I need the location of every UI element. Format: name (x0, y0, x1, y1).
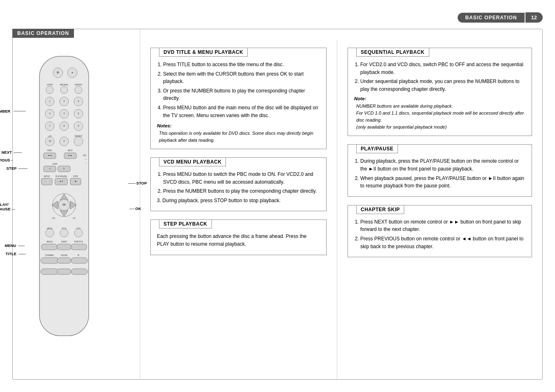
svg-text:⏻: ⏻ (57, 71, 59, 74)
svg-point-10 (75, 86, 82, 94)
dvd-title-heading: DVD TITLE & MENU PLAYBACK (159, 48, 248, 57)
svg-text:8: 8 (63, 125, 64, 127)
seq-note-label: Note: (354, 95, 525, 103)
step-playback-text: Each pressing the button advance the dis… (157, 233, 320, 248)
title-label: TITLE (6, 251, 26, 256)
vcd-item-2: Press the NUMBER buttons to play the cor… (163, 187, 320, 195)
cs-item-2: Press PREVIOUS button on remote control … (360, 235, 525, 250)
svg-point-9 (60, 86, 68, 94)
header-page-number: 12 (525, 12, 543, 23)
svg-text:▲: ▲ (71, 71, 73, 74)
svg-text:◄◄: ◄◄ (47, 154, 52, 157)
svg-rect-78 (41, 258, 59, 263)
svg-rect-83 (71, 269, 88, 274)
svg-text:PREV: PREV (47, 150, 52, 152)
svg-rect-79 (57, 258, 71, 263)
dvd-item-2: Select the item with the CURSOR buttons … (163, 70, 320, 85)
svg-text:CHANNEL: CHANNEL (45, 254, 54, 256)
sequential-heading: SEQUENTIAL PLAYBACK (356, 48, 429, 57)
svg-text:OK: OK (62, 203, 65, 206)
svg-text:STEP: STEP (53, 163, 58, 165)
svg-text:SETUP: SETUP (44, 175, 50, 178)
dvd-item-1: Press TITLE button to access the title m… (163, 61, 320, 69)
svg-text:ID: ID (77, 254, 79, 256)
vcd-item-3: 3. During playback, press STOP button to… (157, 197, 320, 205)
play-pause-heading: PLAY/PAUSE (356, 144, 398, 153)
seq-note-line1: NUMBER buttons are available during play… (356, 103, 525, 110)
remote-control: NUMBER NEXT PREVIOUS STEP PLAY/PAUSE MEN… (27, 54, 126, 362)
seq-note: Note: NUMBER buttons are available durin… (354, 95, 525, 131)
svg-text:+: + (85, 158, 86, 160)
step-playback-content: Each pressing the button advance the dis… (151, 228, 326, 254)
svg-text:BROWSE: BROWSE (60, 84, 68, 86)
svg-text:0: 0 (63, 140, 64, 142)
svg-rect-82 (57, 269, 71, 274)
svg-text:AUDIO: AUDIO (61, 241, 67, 243)
svg-text:9: 9 (78, 125, 79, 127)
ok-label-right: OK (129, 206, 141, 211)
vcd-menu-section: VCD MENU PLAYBACK Press MENU button to s… (150, 157, 327, 211)
middle-panel: DVD TITLE & MENU PLAYBACK Press TITLE bu… (140, 39, 337, 379)
svg-text:PLAY/PAUSE: PLAY/PAUSE (55, 175, 67, 178)
step-playback-section: STEP PLAYBACK Each pressing the button a… (150, 219, 327, 255)
header-bar: BASIC OPERATION 12 (458, 12, 543, 23)
svg-text:◁: ◁ (48, 167, 51, 170)
next-label: NEXT (2, 150, 22, 154)
sequential-content: For VCD2.0 and VCD discs, switch PBC to … (348, 57, 532, 136)
menu-label: MENU (5, 243, 25, 248)
svg-text:ZOOM: ZOOM (47, 84, 53, 86)
left-panel: NUMBER NEXT PREVIOUS STEP PLAY/PAUSE MEN… (13, 29, 140, 379)
step-label: STEP (7, 166, 28, 171)
sequential-section: SEQUENTIAL PLAYBACK For VCD2.0 and VCD d… (348, 48, 532, 136)
dvd-item-3: Or press the NUMBER buttons to play the … (163, 87, 320, 102)
header-title: BASIC OPERATION (458, 13, 524, 23)
previous-label: PREVIOUS (0, 158, 13, 162)
svg-text:►►: ►► (68, 154, 72, 157)
svg-text:F.F.: F.F. (73, 217, 76, 219)
svg-text:4: 4 (49, 112, 50, 115)
play-pause-content: During playback, press the PLAY/PAUSE bu… (348, 153, 532, 196)
svg-point-35 (74, 137, 83, 146)
svg-rect-72 (41, 244, 57, 250)
svg-text:REPEAT: REPEAT (75, 84, 82, 86)
play-pause-label: PLAY/PAUSE (0, 202, 15, 212)
seq-item-2: Under sequential playback mode, you can … (360, 78, 525, 93)
svg-text:STOP: STOP (73, 175, 78, 178)
pp-item-2: When playback paused, press the PLAY/PAU… (360, 175, 525, 190)
svg-text:2: 2 (63, 100, 64, 102)
svg-rect-73 (57, 244, 71, 250)
svg-text:3: 3 (78, 100, 79, 102)
dvd-notes-text: This operation is only available for DVD… (159, 130, 320, 144)
svg-text:5: 5 (63, 112, 64, 115)
svg-point-66 (46, 229, 54, 237)
dvd-item-4: Press MENU button and the main menu of t… (163, 104, 320, 119)
svg-text:·10: ·10 (48, 140, 51, 142)
svg-rect-53 (41, 178, 52, 185)
svg-text:▷: ▷ (63, 167, 65, 170)
svg-text:F.R.: F.R. (52, 217, 55, 219)
remote-svg: ⏻ ▲ ZOOM BROWSE REPEAT 1 2 3 4 (27, 54, 101, 350)
svg-text:VOL: VOL (83, 154, 87, 157)
svg-text:6: 6 (78, 112, 79, 115)
svg-point-68 (74, 229, 83, 237)
seq-item-1: For VCD2.0 and VCD discs, switch PBC to … (360, 61, 525, 76)
svg-text:ANGLE: ANGLE (46, 241, 53, 243)
chapter-skip-heading: CHAPTER SKIP (356, 205, 404, 214)
svg-rect-74 (71, 244, 87, 250)
seq-note-line2: For VCD 1.0 and 1.1 discs, sequential pl… (356, 110, 525, 124)
dvd-notes-label: Notes: (157, 122, 320, 130)
svg-point-67 (60, 229, 68, 237)
step-playback-heading: STEP PLAYBACK (159, 219, 212, 228)
main-content-box: BASIC OPERATION NUMBER NEXT PREVIOUS STE… (12, 29, 543, 380)
chapter-skip-content: Press NEXT button on remote control or ►… (348, 214, 532, 257)
svg-text:►II: ►II (59, 180, 63, 182)
page-container: BASIC OPERATION 12 BASIC OPERATION NUMBE… (0, 0, 555, 392)
vcd-menu-heading: VCD MENU PLAYBACK (159, 157, 226, 166)
dvd-title-section: DVD TITLE & MENU PLAYBACK Press TITLE bu… (150, 48, 327, 149)
cs-item-1: Press NEXT button on remote control or ►… (360, 218, 525, 233)
svg-rect-81 (41, 269, 59, 274)
svg-rect-80 (71, 258, 88, 263)
svg-text:7: 7 (49, 125, 50, 127)
chapter-skip-section: CHAPTER SKIP Press NEXT button on remote… (348, 205, 532, 257)
pp-item-1: During playback, press the PLAY/PAUSE bu… (360, 157, 525, 173)
